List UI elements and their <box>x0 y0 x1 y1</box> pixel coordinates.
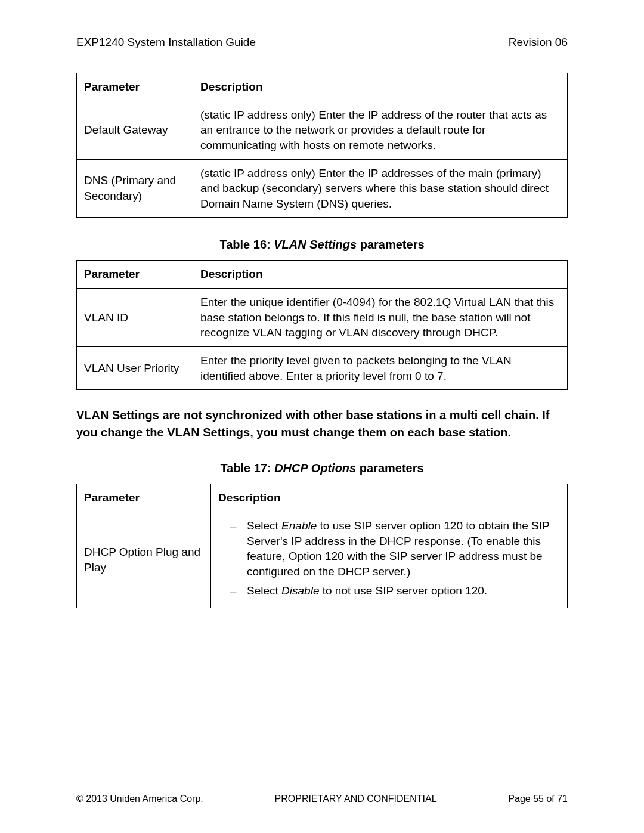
caption-title: VLAN Settings <box>274 238 357 251</box>
cell-desc: (static IP address only) Enter the IP ad… <box>193 101 568 159</box>
table-caption-16: Table 16: VLAN Settings parameters <box>76 238 568 252</box>
header-revision: Revision 06 <box>509 36 568 49</box>
cell-desc: Select Enable to use SIP server option 1… <box>211 512 568 608</box>
document-page: EXP1240 System Installation Guide Revisi… <box>0 0 644 833</box>
col-header-description: Description <box>193 73 568 101</box>
col-header-parameter: Parameter <box>77 261 193 289</box>
table-header-row: Parameter Description <box>77 484 568 512</box>
caption-title: DHCP Options <box>274 462 356 475</box>
cell-desc: (static IP address only) Enter the IP ad… <box>193 159 568 218</box>
cell-param: VLAN User Priority <box>77 347 193 390</box>
table-dhcp-options: Parameter Description DHCP Option Plug a… <box>76 484 568 608</box>
col-header-parameter: Parameter <box>77 484 211 512</box>
table-caption-17: Table 17: DHCP Options parameters <box>76 462 568 475</box>
table-header-row: Parameter Description <box>77 73 568 101</box>
footer-confidential: PROPRIETARY AND CONFIDENTIAL <box>275 794 437 804</box>
header-title: EXP1240 System Installation Guide <box>76 36 256 49</box>
text: Select <box>247 519 281 532</box>
text: Select <box>247 584 281 597</box>
footer-page-number: Page 55 of 71 <box>508 794 568 804</box>
table-vlan-settings: Parameter Description VLAN ID Enter the … <box>76 260 568 390</box>
table-row: DNS (Primary and Secondary) (static IP a… <box>77 159 568 218</box>
footer-copyright: © 2013 Uniden America Corp. <box>76 794 203 804</box>
table-header-row: Parameter Description <box>77 261 568 289</box>
col-header-description: Description <box>193 261 568 289</box>
cell-param: DNS (Primary and Secondary) <box>77 159 193 218</box>
caption-prefix: Table 16: <box>219 238 274 251</box>
table-ip-settings: Parameter Description Default Gateway (s… <box>76 73 568 218</box>
caption-suffix: parameters <box>357 238 424 251</box>
vlan-sync-note: VLAN Settings are not synchronized with … <box>76 407 568 441</box>
emphasis: Enable <box>281 519 317 532</box>
list-item: Select Disable to not use SIP server opt… <box>230 583 560 599</box>
col-header-description: Description <box>211 484 568 512</box>
list-item: Select Enable to use SIP server option 1… <box>230 518 560 580</box>
cell-param: Default Gateway <box>77 101 193 159</box>
text: to not use SIP server option 120. <box>319 584 487 597</box>
col-header-parameter: Parameter <box>77 73 193 101</box>
cell-desc: Enter the unique identifier (0-4094) for… <box>193 289 568 347</box>
cell-desc: Enter the priority level given to packet… <box>193 347 568 390</box>
emphasis: Disable <box>281 584 319 597</box>
cell-param: VLAN ID <box>77 289 193 347</box>
page-footer: © 2013 Uniden America Corp. PROPRIETARY … <box>76 794 568 804</box>
table-row: DHCP Option Plug and Play Select Enable … <box>77 512 568 608</box>
page-header: EXP1240 System Installation Guide Revisi… <box>76 36 568 49</box>
caption-suffix: parameters <box>356 462 423 475</box>
bullet-list: Select Enable to use SIP server option 1… <box>218 518 560 598</box>
table-row: VLAN ID Enter the unique identifier (0-4… <box>77 289 568 347</box>
table-row: VLAN User Priority Enter the priority le… <box>77 347 568 390</box>
caption-prefix: Table 17: <box>220 462 274 475</box>
cell-param: DHCP Option Plug and Play <box>77 512 211 608</box>
table-row: Default Gateway (static IP address only)… <box>77 101 568 159</box>
